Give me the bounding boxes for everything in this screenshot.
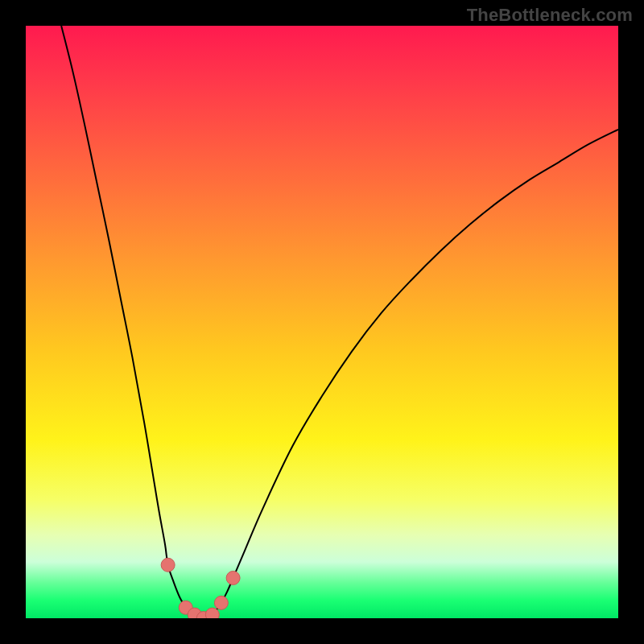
data-marker — [214, 596, 228, 609]
watermark-text: TheBottleneck.com — [467, 5, 633, 26]
curves-layer — [26, 26, 618, 618]
plot-area — [26, 26, 618, 618]
curve-left-branch — [61, 26, 204, 618]
data-marker — [161, 558, 175, 572]
curve-right-branch — [204, 130, 618, 618]
data-marker — [205, 608, 219, 618]
data-marker — [226, 571, 240, 584]
chart-frame: TheBottleneck.com — [0, 0, 644, 644]
